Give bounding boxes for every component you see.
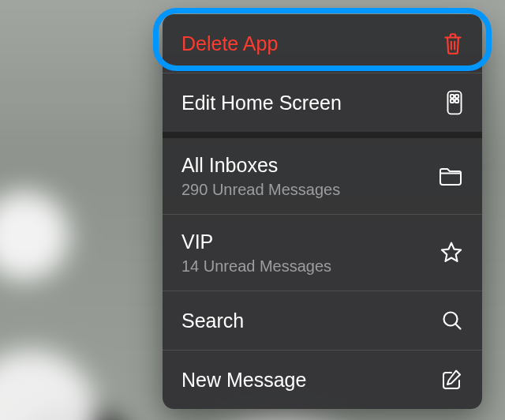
menu-item-vip[interactable]: VIP 14 Unread Messages: [163, 214, 482, 291]
menu-item-text: All Inboxes 290 Unread Messages: [181, 153, 428, 199]
svg-rect-1: [451, 95, 454, 98]
menu-item-text: Edit Home Screen: [181, 91, 436, 114]
menu-item-title: Search: [181, 309, 432, 332]
menu-item-text: VIP 14 Unread Messages: [181, 230, 430, 276]
menu-item-title: All Inboxes: [181, 153, 428, 177]
menu-item-delete-app[interactable]: Delete App: [163, 14, 482, 73]
svg-rect-3: [451, 99, 454, 103]
svg-rect-4: [455, 99, 458, 103]
star-icon: [440, 241, 463, 264]
menu-item-text: Search: [181, 309, 432, 332]
context-menu-container: Delete App Edit Home Screen: [163, 14, 482, 420]
menu-item-edit-home-screen[interactable]: Edit Home Screen: [163, 73, 482, 132]
menu-item-title: VIP: [181, 230, 430, 253]
trash-icon: [443, 32, 463, 55]
menu-item-title: Delete App: [181, 32, 433, 55]
menu-item-title: Edit Home Screen: [181, 91, 436, 114]
context-menu: Delete App Edit Home Screen: [163, 14, 482, 409]
menu-item-new-message[interactable]: New Message: [163, 350, 482, 409]
menu-item-subtitle: 14 Unread Messages: [181, 257, 430, 276]
folder-icon: [438, 166, 463, 186]
svg-rect-0: [447, 92, 461, 114]
menu-item-text: New Message: [181, 368, 432, 392]
phone-apps-icon: [446, 90, 463, 115]
menu-item-all-inboxes[interactable]: All Inboxes 290 Unread Messages: [163, 132, 482, 214]
search-icon: [441, 309, 463, 332]
compose-icon: [441, 369, 463, 391]
menu-item-text: Delete App: [181, 32, 433, 55]
menu-item-search[interactable]: Search: [163, 291, 482, 350]
menu-item-subtitle: 290 Unread Messages: [181, 180, 428, 199]
menu-item-title: New Message: [181, 368, 432, 392]
svg-rect-2: [455, 95, 458, 98]
